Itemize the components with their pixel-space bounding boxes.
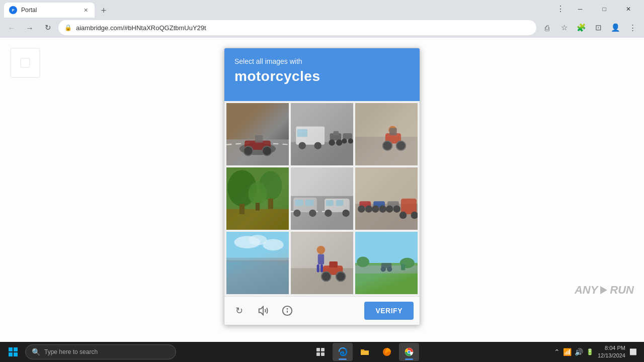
svg-rect-97: [321, 348, 325, 351]
url-bar[interactable]: 🔒 aiambridge.com/#bHNtaXRoQGZtbmUuY29t: [58, 20, 536, 35]
svg-point-56: [379, 205, 386, 212]
taskbar-right: ⌃ 📶 🔊 🔋 8:04 PM 12/13/2024 ⬜: [554, 344, 641, 360]
task-view-button[interactable]: [310, 343, 331, 361]
address-bar: ← → ↻ 🔒 aiambridge.com/#bHNtaXRoQGZtbmUu…: [0, 18, 644, 38]
captcha-overlay: Select all images with motorcycles: [0, 38, 644, 342]
forward-button[interactable]: →: [22, 20, 37, 35]
show-desktop-button[interactable]: ⬜: [629, 348, 637, 355]
maximize-button[interactable]: □: [593, 2, 616, 17]
bookmark-button[interactable]: ☆: [556, 20, 572, 35]
active-tab[interactable]: P Portal ✕: [4, 3, 95, 18]
refresh-button[interactable]: ↻: [230, 302, 248, 319]
svg-point-12: [299, 142, 306, 149]
clock-date: 12/13/2024: [598, 352, 625, 359]
captcha-widget: Select all images with motorcycles: [224, 48, 420, 325]
captcha-image-6[interactable]: [355, 167, 418, 230]
captcha-image-1[interactable]: [226, 103, 289, 165]
network-icon[interactable]: 📶: [563, 348, 572, 356]
svg-rect-41: [305, 200, 314, 206]
audio-button[interactable]: [255, 302, 272, 319]
system-clock[interactable]: 8:04 PM 12/13/2024: [598, 344, 625, 360]
svg-point-34: [248, 182, 267, 205]
tab-close-button[interactable]: ✕: [82, 6, 90, 14]
svg-rect-92: [9, 347, 13, 351]
footer-actions: ↻: [230, 302, 296, 319]
extensions-button[interactable]: 🧩: [574, 20, 589, 35]
svg-rect-100: [361, 351, 369, 355]
svg-point-76: [321, 272, 331, 282]
profile-button[interactable]: 👤: [608, 20, 623, 35]
svg-point-104: [408, 351, 411, 353]
captcha-instruction: Select all images with: [234, 57, 410, 65]
captcha-image-8[interactable]: [291, 232, 353, 294]
search-placeholder-text: Type here to search: [44, 348, 170, 355]
share-button[interactable]: ⎙: [539, 20, 554, 35]
svg-point-19: [342, 138, 347, 143]
svg-rect-94: [9, 352, 13, 356]
svg-point-55: [372, 205, 379, 212]
captcha-image-2[interactable]: [291, 103, 353, 165]
svg-point-59: [393, 205, 400, 212]
chrome-taskbar-item[interactable]: [399, 343, 419, 361]
svg-point-58: [386, 205, 393, 212]
svg-point-52: [358, 205, 365, 212]
svg-point-42: [293, 210, 300, 217]
address-bar-actions: ⎙ ☆ 🧩 ⊡ 👤 ⋮: [539, 20, 640, 35]
svg-rect-96: [316, 348, 320, 351]
tab-area: P Portal ✕ +: [4, 0, 111, 18]
taskbar: 🔍 Type here to search: [0, 342, 644, 362]
captcha-image-4[interactable]: [226, 167, 289, 230]
svg-rect-87: [401, 264, 405, 270]
back-button[interactable]: ←: [4, 20, 19, 35]
svg-rect-27: [389, 128, 396, 135]
svg-rect-68: [226, 258, 289, 262]
svg-point-25: [383, 141, 392, 150]
search-icon: 🔍: [32, 348, 40, 356]
svg-rect-31: [239, 204, 245, 214]
svg-rect-7: [255, 135, 263, 142]
captcha-image-3[interactable]: [355, 103, 418, 165]
svg-point-53: [365, 205, 372, 212]
svg-point-13: [314, 142, 321, 149]
captcha-image-9[interactable]: [355, 232, 418, 294]
start-button[interactable]: [3, 343, 23, 361]
svg-point-16: [336, 139, 342, 145]
reload-button[interactable]: ↻: [40, 20, 55, 35]
taskbar-center: [178, 343, 552, 361]
svg-rect-33: [268, 199, 273, 209]
chrome-menu-icon[interactable]: ⋮: [553, 2, 568, 16]
svg-text:P: P: [12, 9, 15, 12]
browser-menu-button[interactable]: ⋮: [625, 20, 640, 35]
info-button[interactable]: [279, 302, 296, 319]
svg-point-6: [262, 146, 272, 156]
svg-rect-73: [317, 264, 319, 273]
file-explorer-taskbar-item[interactable]: [355, 343, 375, 361]
svg-point-47: [325, 210, 332, 217]
taskbar-search-bar[interactable]: 🔍 Type here to search: [25, 344, 176, 359]
svg-point-15: [329, 139, 335, 145]
volume-icon[interactable]: 🔊: [575, 348, 583, 356]
watermark-any: ANY: [575, 284, 598, 297]
svg-point-20: [348, 138, 353, 143]
svg-point-77: [336, 272, 346, 282]
edge-taskbar-item[interactable]: [333, 343, 353, 361]
battery-icon[interactable]: 🔋: [586, 348, 594, 355]
captcha-subject: motorcycles: [234, 68, 410, 84]
watermark-run: RUN: [610, 284, 634, 297]
firefox-taskbar-item[interactable]: [377, 343, 397, 361]
svg-rect-99: [321, 352, 325, 356]
new-tab-button[interactable]: +: [97, 4, 111, 18]
svg-rect-78: [329, 261, 338, 267]
minimize-button[interactable]: ─: [569, 2, 592, 17]
svg-rect-74: [320, 264, 323, 273]
close-button[interactable]: ✕: [617, 2, 640, 17]
svg-point-71: [317, 246, 326, 254]
svg-point-43: [309, 210, 316, 217]
captcha-image-7[interactable]: [226, 232, 289, 294]
captcha-image-5[interactable]: [291, 167, 353, 230]
split-screen-button[interactable]: ⊡: [591, 20, 606, 35]
svg-marker-91: [600, 286, 607, 294]
tray-arrow-icon[interactable]: ⌃: [554, 348, 560, 356]
verify-button[interactable]: VERIFY: [364, 302, 414, 320]
svg-point-85: [357, 257, 369, 267]
